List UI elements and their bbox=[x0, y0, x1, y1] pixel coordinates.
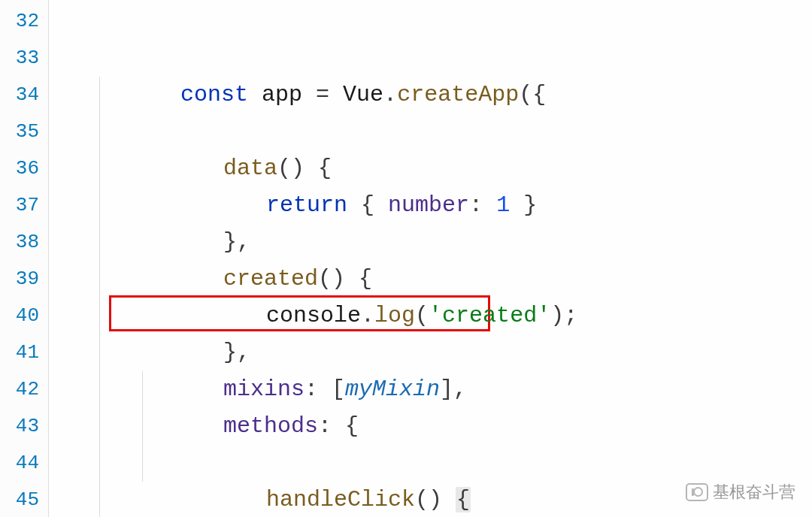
line-number: 43 bbox=[0, 408, 48, 445]
code-line[interactable]: created() { bbox=[56, 187, 812, 224]
indent-guide bbox=[99, 261, 142, 298]
indent-guide bbox=[99, 371, 142, 408]
indent-guide bbox=[99, 408, 142, 445]
line-number: 40 bbox=[0, 298, 48, 334]
code-line[interactable]: }, bbox=[56, 261, 812, 298]
line-number: 36 bbox=[0, 150, 48, 187]
watermark-text: 基根奋斗营 bbox=[713, 481, 795, 503]
code-line[interactable]: return { number: 1 } bbox=[56, 113, 812, 150]
line-number: 45 bbox=[0, 482, 48, 517]
indent-guide bbox=[99, 334, 142, 371]
line-number: 34 bbox=[0, 77, 48, 113]
line-number: 37 bbox=[0, 187, 48, 224]
line-gutter: 32 33 34 35 36 37 38 39 40 41 42 43 44 4… bbox=[0, 0, 49, 517]
indent-guide bbox=[142, 408, 185, 445]
wechat-icon bbox=[686, 483, 708, 501]
code-body[interactable]: const app = Vue.createApp({ data() { ret… bbox=[49, 0, 812, 517]
line-number: 32 bbox=[0, 3, 48, 40]
indent-guide bbox=[99, 224, 142, 261]
code-line[interactable]: console.log('handleClick') bbox=[56, 408, 812, 445]
code-editor: 32 33 34 35 36 37 38 39 40 41 42 43 44 4… bbox=[0, 0, 812, 517]
code-line[interactable] bbox=[56, 3, 812, 40]
code-line[interactable]: data() { bbox=[56, 77, 812, 113]
indent-guide bbox=[99, 77, 142, 113]
code-line[interactable]: handleClick() { bbox=[56, 371, 812, 408]
indent-guide bbox=[99, 482, 142, 517]
code-line[interactable]: }, bbox=[56, 445, 812, 482]
indent-guide bbox=[99, 150, 142, 187]
indent-guide bbox=[99, 445, 142, 482]
indent-guide bbox=[99, 113, 142, 150]
indent-guide bbox=[142, 445, 185, 482]
indent-guide bbox=[99, 298, 142, 334]
line-number: 42 bbox=[0, 371, 48, 408]
code-line[interactable]: mixins: [myMixin], bbox=[56, 298, 812, 334]
code-line[interactable]: console.log('created'); bbox=[56, 224, 812, 261]
indent-guide bbox=[99, 187, 142, 224]
line-number: 38 bbox=[0, 224, 48, 261]
code-line[interactable]: methods: { bbox=[56, 334, 812, 371]
line-number: 44 bbox=[0, 445, 48, 482]
line-number: 33 bbox=[0, 40, 48, 77]
line-number: 35 bbox=[0, 113, 48, 150]
line-number: 39 bbox=[0, 261, 48, 298]
watermark: 基根奋斗营 bbox=[686, 481, 795, 503]
code-line[interactable]: const app = Vue.createApp({ bbox=[56, 40, 812, 77]
code-line[interactable]: }, bbox=[56, 150, 812, 187]
line-number: 41 bbox=[0, 334, 48, 371]
indent-guide bbox=[142, 371, 185, 408]
